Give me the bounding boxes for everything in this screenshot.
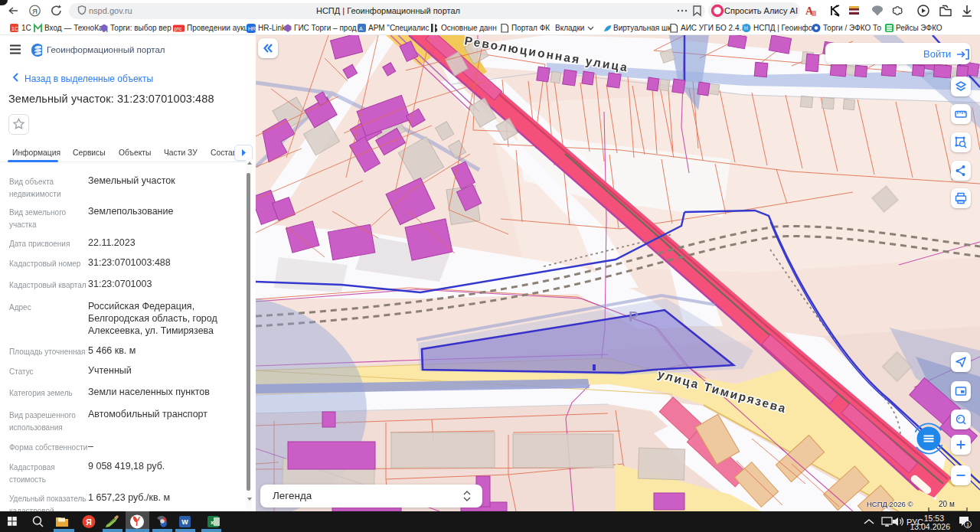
svg-text:Я: Я: [86, 517, 92, 527]
svg-text:HR-Link: HR-Link: [258, 24, 286, 32]
svg-text:Виртуальная шк: Виртуальная шк: [613, 24, 671, 32]
svg-text:1C: 1C: [11, 26, 18, 31]
svg-text:АРМ "Специалис: АРМ "Специалис: [368, 24, 429, 32]
svg-text:НСПД | Геоинформационный порта: НСПД | Геоинформационный портал: [316, 6, 460, 15]
svg-text:1С: 1С: [21, 24, 31, 32]
svg-text:1: 1: [966, 521, 969, 528]
svg-text:x: x: [211, 519, 214, 526]
svg-text:Н: Н: [744, 25, 748, 31]
svg-text:Я: Я: [32, 7, 38, 15]
svg-text:Торги / ЭФКО То: Торги / ЭФКО То: [823, 24, 881, 32]
svg-text:Проведении аукц: Проведении аукц: [187, 24, 249, 32]
svg-text:W: W: [181, 518, 188, 526]
svg-text:nspd.gov.ru: nspd.gov.ru: [89, 6, 132, 15]
svg-text:13.04.2026: 13.04.2026: [910, 522, 950, 531]
svg-text:Р: Р: [629, 308, 639, 325]
svg-text:ртс: ртс: [175, 26, 182, 32]
svg-text:Вкладки: Вкладки: [555, 24, 584, 32]
svg-text:А: А: [359, 26, 363, 31]
svg-text:Торги: выбор вер: Торги: выбор вер: [110, 24, 172, 32]
svg-text:Рейсы ЭФКО: Рейсы ЭФКО: [896, 24, 942, 32]
svg-text:Основные данн: Основные данн: [441, 24, 497, 32]
svg-text:Портал ФК: Портал ФК: [511, 24, 550, 32]
svg-text:Вход — ТехноКад: Вход — ТехноКад: [44, 24, 108, 32]
svg-text:ГИС Торги – прод: ГИС Торги – прод: [294, 24, 357, 32]
svg-text:АИС УГИ БО 2.4.3: АИС УГИ БО 2.4.3: [681, 24, 746, 32]
svg-text:HR: HR: [248, 26, 256, 31]
svg-text:НСПД | Геоинфо: НСПД | Геоинфо: [753, 24, 813, 32]
